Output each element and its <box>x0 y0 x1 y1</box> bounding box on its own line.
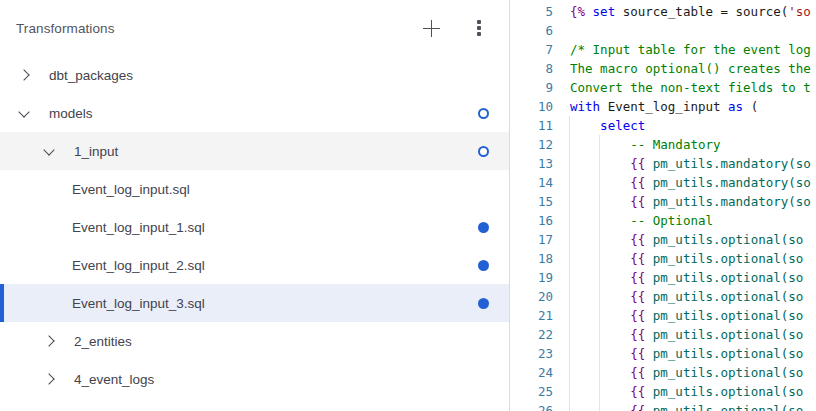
code-text: {{ pm_utils.optional(so <box>553 306 803 325</box>
code-text: {{ pm_utils.optional(so <box>553 287 803 306</box>
code-text: select <box>553 116 645 135</box>
line-number: 8 <box>511 59 553 78</box>
plus-icon <box>423 20 440 37</box>
tree-item-label: Event_log_input.sql <box>72 182 190 197</box>
tree-item-label: Event_log_input_1.sql <box>72 220 205 235</box>
panel-actions <box>419 16 491 40</box>
code-text: {{ pm_utils.mandatory(so <box>553 173 811 192</box>
line-number: 14 <box>511 173 553 192</box>
code-text: {{ pm_utils.optional(so <box>553 325 803 344</box>
code-text: -- Optional <box>553 211 713 230</box>
code-text: {% set source_table = source('so <box>553 2 811 21</box>
code-area: 5{% set source_table = source('so67/* In… <box>511 2 816 411</box>
line-number: 11 <box>511 116 553 135</box>
code-line-11[interactable]: 11 select <box>511 116 816 135</box>
tree-item-label: 1_input <box>74 144 118 159</box>
more-options-button[interactable] <box>467 16 491 40</box>
add-button[interactable] <box>419 16 443 40</box>
tree-item-label: Event_log_input_2.sql <box>72 258 205 273</box>
tree-item-Event_log_input_2-sql[interactable]: Event_log_input_2.sql <box>0 246 509 284</box>
status-dot-filled <box>478 298 489 309</box>
code-line-22[interactable]: 22 {{ pm_utils.optional(so <box>511 325 816 344</box>
code-editor[interactable]: 5{% set source_table = source('so67/* In… <box>511 0 816 411</box>
code-text: {{ pm_utils.mandatory(so <box>553 154 811 173</box>
code-line-8[interactable]: 8The macro optional() creates the <box>511 59 816 78</box>
code-text: {{ pm_utils.optional(so <box>553 363 803 382</box>
app-window: Transformations dbt_packagesmodels1_inpu… <box>0 0 816 411</box>
code-line-14[interactable]: 14 {{ pm_utils.mandatory(so <box>511 173 816 192</box>
tree-item-label: models <box>49 106 93 121</box>
status-dot-filled <box>478 260 489 271</box>
tree-item-Event_log_input_3-sql[interactable]: Event_log_input_3.sql <box>0 284 509 322</box>
code-line-25[interactable]: 25 {{ pm_utils.optional(so <box>511 382 816 401</box>
code-text: {{ pm_utils.optional(so <box>553 230 803 249</box>
line-number: 23 <box>511 344 553 363</box>
line-number: 7 <box>511 40 553 59</box>
code-line-24[interactable]: 24 {{ pm_utils.optional(so <box>511 363 816 382</box>
tree-item-1_input[interactable]: 1_input <box>0 132 509 170</box>
code-text: {{ pm_utils.optional(so <box>553 401 803 411</box>
code-text: {{ pm_utils.optional(so <box>553 249 803 268</box>
tree-item-label: Event_log_input_3.sql <box>72 296 205 311</box>
line-number: 25 <box>511 382 553 401</box>
code-text: {{ pm_utils.optional(so <box>553 268 803 287</box>
code-line-5[interactable]: 5{% set source_table = source('so <box>511 2 816 21</box>
code-text: /* Input table for the event log <box>553 40 811 59</box>
tree-item-dbt_packages[interactable]: dbt_packages <box>0 56 509 94</box>
chevron-right-icon[interactable] <box>18 69 29 80</box>
code-line-13[interactable]: 13 {{ pm_utils.mandatory(so <box>511 154 816 173</box>
panel-title: Transformations <box>16 21 115 36</box>
line-number: 10 <box>511 97 553 116</box>
chevron-down-icon[interactable] <box>43 144 54 155</box>
chevron-right-icon[interactable] <box>43 335 54 346</box>
code-line-20[interactable]: 20 {{ pm_utils.optional(so <box>511 287 816 306</box>
line-number: 12 <box>511 135 553 154</box>
code-line-6[interactable]: 6 <box>511 21 816 40</box>
code-line-21[interactable]: 21 {{ pm_utils.optional(so <box>511 306 816 325</box>
code-line-12[interactable]: 12 -- Mandatory <box>511 135 816 154</box>
code-text: {{ pm_utils.optional(so <box>553 344 803 363</box>
code-line-23[interactable]: 23 {{ pm_utils.optional(so <box>511 344 816 363</box>
code-line-10[interactable]: 10with Event_log_input as ( <box>511 97 816 116</box>
code-text: {{ pm_utils.optional(so <box>553 382 803 401</box>
status-dot-hollow <box>478 146 489 157</box>
chevron-right-icon[interactable] <box>43 373 54 384</box>
line-number: 19 <box>511 268 553 287</box>
file-tree: dbt_packagesmodels1_inputEvent_log_input… <box>0 56 509 398</box>
code-line-18[interactable]: 18 {{ pm_utils.optional(so <box>511 249 816 268</box>
code-line-16[interactable]: 16 -- Optional <box>511 211 816 230</box>
line-number: 18 <box>511 249 553 268</box>
code-text: Convert the non-text fields to t <box>553 78 811 97</box>
code-text: with Event_log_input as ( <box>553 97 758 116</box>
code-text: -- Mandatory <box>553 135 721 154</box>
code-line-9[interactable]: 9Convert the non-text fields to t <box>511 78 816 97</box>
status-dot-filled <box>478 222 489 233</box>
line-number: 15 <box>511 192 553 211</box>
line-number: 26 <box>511 401 553 411</box>
tree-item-label: 2_entities <box>74 334 132 349</box>
code-text: {{ pm_utils.mandatory(so <box>553 192 811 211</box>
chevron-down-icon[interactable] <box>18 106 29 117</box>
tree-item-Event_log_input_1-sql[interactable]: Event_log_input_1.sql <box>0 208 509 246</box>
tree-item-2_entities[interactable]: 2_entities <box>0 322 509 360</box>
kebab-menu-icon <box>477 20 481 36</box>
line-number: 24 <box>511 363 553 382</box>
tree-item-label: dbt_packages <box>49 68 133 83</box>
code-line-7[interactable]: 7/* Input table for the event log <box>511 40 816 59</box>
tree-item-Event_log_input-sql[interactable]: Event_log_input.sql <box>0 170 509 208</box>
tree-item-models[interactable]: models <box>0 94 509 132</box>
code-line-19[interactable]: 19 {{ pm_utils.optional(so <box>511 268 816 287</box>
code-line-17[interactable]: 17 {{ pm_utils.optional(so <box>511 230 816 249</box>
line-number: 22 <box>511 325 553 344</box>
line-number: 9 <box>511 78 553 97</box>
code-text <box>553 21 570 40</box>
code-line-15[interactable]: 15 {{ pm_utils.mandatory(so <box>511 192 816 211</box>
tree-item-4_event_logs[interactable]: 4_event_logs <box>0 360 509 398</box>
line-number: 16 <box>511 211 553 230</box>
status-dot-hollow <box>478 108 489 119</box>
line-number: 17 <box>511 230 553 249</box>
code-line-26[interactable]: 26 {{ pm_utils.optional(so <box>511 401 816 411</box>
panel-header: Transformations <box>0 0 509 56</box>
indent-guide <box>569 116 570 411</box>
tree-item-label: 4_event_logs <box>74 372 154 387</box>
